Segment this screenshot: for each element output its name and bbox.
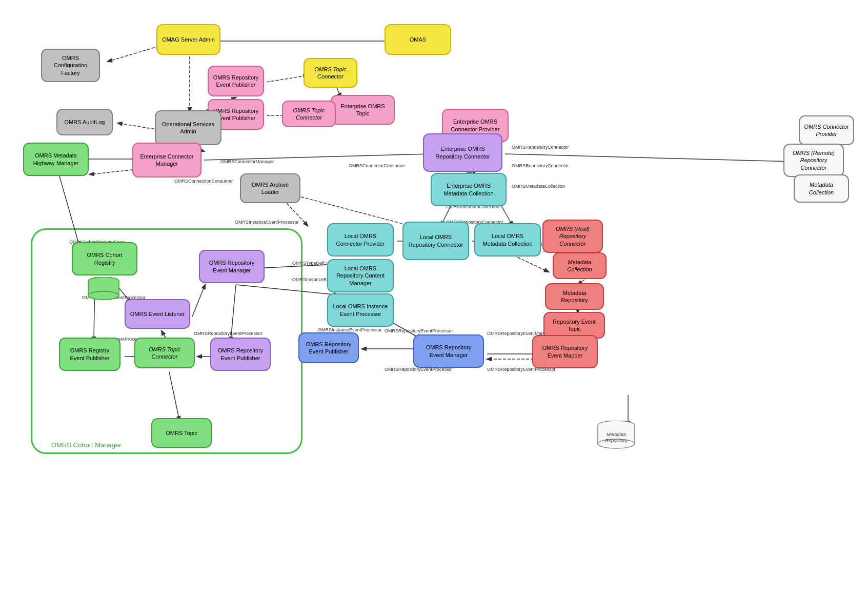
label-omrs-repo-connector2: OMRSRepositoryConnector xyxy=(512,163,569,168)
label-omrs-instance-event-proc1: OMRSInstanceEventProcessor xyxy=(235,220,299,225)
cohort-manager-label: OMRS Cohort Manager xyxy=(51,441,122,449)
label-omrs-repo-event-proc2: OMRSRepositoryEventProcessor xyxy=(385,328,453,333)
local-omrs-metadata-node: Local OMRS Metadata Collection xyxy=(474,223,541,256)
local-connector-provider-node: Local OMRS Connector Provider xyxy=(327,223,394,256)
metadata-repository2-cylinder: Metadata Repository xyxy=(596,421,637,449)
diagram-container: OMRS Cohort Manager xyxy=(0,0,868,612)
omrs-cohort-registry-node: OMRS Cohort Registry xyxy=(72,242,137,275)
omrs-topic-connector3-node: OMRS Topic Connector xyxy=(134,338,195,368)
label-omrs-connector-consumer: OMRSConnectorConsumer xyxy=(349,163,405,168)
omrs-repo-event-mapper-node: OMRS Repository Event Mapper xyxy=(532,335,598,368)
metadata-collection-real-node: Metadata Collection xyxy=(553,252,607,279)
local-instance-event-proc-node: Local OMRS Instance Event Processor xyxy=(327,293,394,327)
enterprise-connector-manager-node: Enterprise Connector Manager xyxy=(132,143,201,177)
omrs-repo-event-pub1-node: OMRS Repository Event Publisher xyxy=(208,66,264,96)
svg-line-3 xyxy=(118,123,159,130)
enterprise-omrs-topic-node: Enterprise OMRS Topic xyxy=(331,95,395,125)
svg-text:Metadata: Metadata xyxy=(607,432,626,437)
omrs-auditlog-node: OMRS AuditLog xyxy=(56,109,113,135)
omrs-metadata-hwy-mgr-node: OMRS Metadata Highway Manager xyxy=(23,143,89,176)
omrs-topic-connector2-node: OMRS Topic Connector xyxy=(282,101,336,127)
omrs-repo-event-pub4-node: OMRS Repository Event Publisher xyxy=(298,332,359,363)
label-omrs-metadata-collection1: OMRSMetadataCollection xyxy=(512,184,565,189)
omrs-remote-repo-connector-node: OMRS (Remote) Repository Connector xyxy=(783,144,844,177)
metadata-repository1-node: Metadata Repository xyxy=(545,283,604,310)
enterprise-omrs-repo-connector-node: Enterprise OMRS Repository Connector xyxy=(423,133,502,172)
label-omrs-instance-event-proc3: OMRSInstanceEventProcessor xyxy=(318,327,382,332)
omag-server-admin-node: OMAG Server Admin xyxy=(156,24,220,55)
omrs-repo-event-manager1-node: OMRS Repository Event Manager xyxy=(199,250,265,283)
omrs-config-factory-node: OMRS Configuration Factory xyxy=(41,49,100,82)
label-omrs-repo-event-proc1: OMRSRepositoryEventProcessor xyxy=(194,331,263,336)
omrs-event-listener-node: OMRS Event Listener xyxy=(125,299,190,329)
local-repo-content-mgr-node: Local OMRS Repository Content Manager xyxy=(327,259,394,292)
omrs-repo-event-pub3-node: OMRS Repository Event Publisher xyxy=(210,338,271,371)
omrs-repo-event-manager2-node: OMRS Repository Event Manager xyxy=(413,334,484,368)
omrs-real-repo-connector-node: OMRS (Real) Repository Connector xyxy=(542,220,603,253)
svg-point-52 xyxy=(88,291,119,300)
svg-text:Repository: Repository xyxy=(605,438,628,443)
omrs-connector-provider-node: OMRS Connector Provider xyxy=(799,115,854,145)
label-omrs-repo-connector1: OMRSRepositoryConnector xyxy=(512,145,569,150)
svg-line-2 xyxy=(108,46,159,62)
svg-line-6 xyxy=(267,75,308,82)
omrs-topic-connector1-node: OMRS Topic Connector xyxy=(304,58,357,88)
metadata-collection-top-node: Metadata Collection xyxy=(794,174,849,203)
op-services-admin-node: Operational Services Admin xyxy=(155,110,221,145)
omrs-topic-node: OMRS Topic xyxy=(151,418,212,448)
omrs-archive-loader-node: OMRS Archive Loader xyxy=(240,173,300,203)
label-omrs-connector-manager: OMRSConnectorManager xyxy=(220,159,274,164)
cohort-registry-store-cylinder xyxy=(86,277,121,300)
omas-node: OMAS xyxy=(385,24,451,55)
omrs-registry-event-pub-node: OMRS Registry Event Publisher xyxy=(59,338,120,371)
label-omrs-connection-consumer: OMRSConnectionConsumer xyxy=(174,179,233,184)
svg-line-28 xyxy=(90,169,137,174)
enterprise-omrs-metadata-node: Enterprise OMRS Metadata Collection xyxy=(431,173,507,206)
svg-line-12 xyxy=(505,154,790,162)
local-omrs-repo-connector-node: Local OMRS Repository Connector xyxy=(402,222,469,260)
